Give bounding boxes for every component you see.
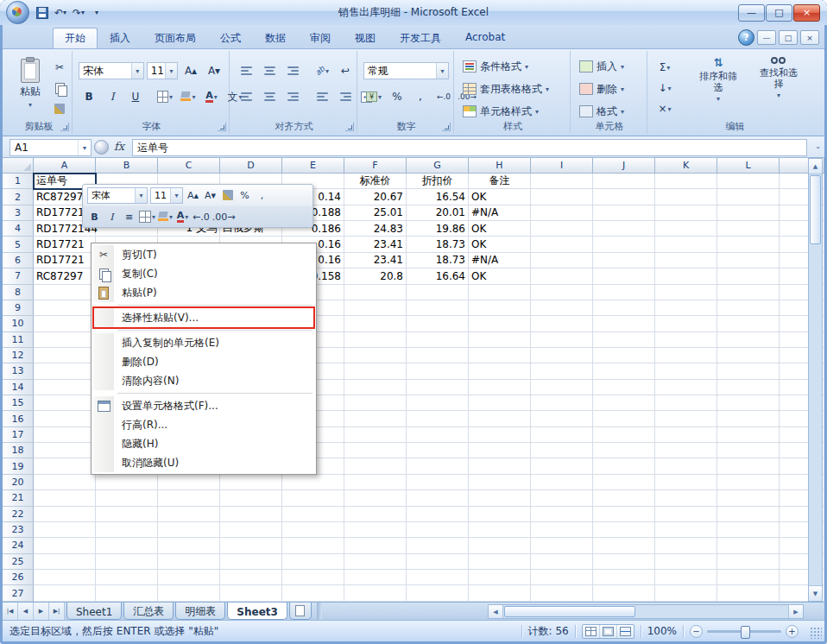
- cell-J6[interactable]: [593, 253, 655, 268]
- cell-A17[interactable]: [34, 427, 96, 443]
- fill-button[interactable]: ↓▾: [654, 79, 675, 98]
- column-header-L[interactable]: L: [717, 158, 780, 174]
- cell-D23[interactable]: [220, 522, 282, 538]
- row-header-21[interactable]: 21: [3, 490, 34, 506]
- row-header-22[interactable]: 22: [3, 507, 34, 522]
- delete-cells-button[interactable]: 删除 ▾: [572, 79, 647, 99]
- cell-F22[interactable]: [344, 507, 407, 522]
- row-header-16[interactable]: 16: [3, 411, 34, 426]
- cell-G6[interactable]: 18.73: [407, 253, 469, 268]
- cut-button[interactable]: ✂: [49, 58, 70, 77]
- cell-L4[interactable]: [717, 221, 780, 237]
- cell-L16[interactable]: [717, 411, 780, 426]
- cell-G27[interactable]: [407, 585, 469, 601]
- mini-comma-button[interactable]: ,: [255, 187, 269, 203]
- cell-F16[interactable]: [344, 411, 407, 426]
- minimize-button[interactable]: —: [738, 4, 765, 22]
- alignment-dialog-launcher[interactable]: [345, 123, 354, 131]
- cell-F20[interactable]: [344, 475, 407, 490]
- row-header-17[interactable]: 17: [3, 427, 34, 443]
- select-all-corner[interactable]: [3, 158, 34, 174]
- cell-F18[interactable]: [344, 443, 407, 458]
- ribbon-tab-页面布局[interactable]: 页面布局: [142, 28, 208, 48]
- cell-G19[interactable]: [407, 458, 469, 474]
- cell-K13[interactable]: [655, 363, 717, 379]
- cell-E25[interactable]: [282, 554, 344, 570]
- cell-H6[interactable]: #N/A: [469, 253, 531, 268]
- cell-H19[interactable]: [469, 458, 531, 474]
- cell-L24[interactable]: [717, 538, 780, 553]
- save-button[interactable]: [35, 5, 50, 21]
- cell-G8[interactable]: [407, 285, 469, 300]
- fill-color-button[interactable]: ▾: [178, 87, 199, 106]
- cell-F5[interactable]: 23.41: [344, 237, 407, 252]
- cell-K11[interactable]: [655, 332, 717, 348]
- close-button[interactable]: ×: [793, 4, 820, 22]
- cell-E20[interactable]: [282, 475, 344, 490]
- cell-K12[interactable]: [655, 348, 717, 363]
- cell-E27[interactable]: [282, 585, 344, 601]
- cell-D22[interactable]: [220, 507, 282, 522]
- number-dialog-launcher[interactable]: [442, 123, 451, 131]
- column-header-C[interactable]: C: [158, 158, 220, 174]
- cell-G15[interactable]: [407, 395, 469, 411]
- context-menu-item[interactable]: 清除内容(N): [93, 371, 314, 390]
- cell-F19[interactable]: [344, 458, 407, 474]
- cell-K1[interactable]: [655, 174, 717, 189]
- cell-H5[interactable]: OK: [469, 237, 531, 252]
- cell-J27[interactable]: [593, 585, 655, 601]
- cell-A6[interactable]: RD17721: [34, 253, 96, 268]
- column-header-B[interactable]: B: [96, 158, 158, 174]
- cell-H3[interactable]: #N/A: [469, 205, 531, 221]
- sheet-tab-Sheet3[interactable]: Sheet3: [227, 603, 287, 620]
- borders-button[interactable]: ▾: [155, 87, 175, 106]
- mini-grow-font-button[interactable]: A▴: [186, 187, 200, 203]
- cell-I17[interactable]: [531, 427, 593, 443]
- font-dialog-launcher[interactable]: [218, 123, 226, 131]
- row-header-9[interactable]: 9: [3, 300, 34, 316]
- cell-H25[interactable]: [469, 554, 531, 570]
- cell-G13[interactable]: [407, 363, 469, 379]
- cell-L2[interactable]: [717, 189, 780, 205]
- qat-customize-button[interactable]: ▾: [89, 5, 104, 21]
- context-menu-item[interactable]: ✂剪切(T): [93, 245, 314, 264]
- cell-C24[interactable]: [158, 538, 220, 553]
- copy-button[interactable]: [49, 79, 70, 98]
- cell-H12[interactable]: [469, 348, 531, 363]
- cell-L1[interactable]: [717, 174, 780, 189]
- sort-filter-button[interactable]: ⇅ 排序和筛选 ▾: [694, 56, 742, 103]
- font-size-combo[interactable]: 11▾: [147, 62, 178, 79]
- format-cells-button[interactable]: 格式 ▾: [572, 101, 647, 122]
- cell-J25[interactable]: [593, 554, 655, 570]
- next-sheet-button[interactable]: ▶: [34, 603, 49, 620]
- cell-I16[interactable]: [531, 411, 593, 426]
- cell-I6[interactable]: [531, 253, 593, 268]
- cell-K3[interactable]: [655, 205, 717, 221]
- cell-L10[interactable]: [717, 316, 780, 331]
- mini-format-painter-button[interactable]: [220, 187, 235, 203]
- cell-F2[interactable]: 20.67: [344, 189, 407, 205]
- cell-F10[interactable]: [344, 316, 407, 331]
- wrap-text-button[interactable]: ↩: [335, 61, 356, 80]
- font-name-combo[interactable]: 宋体▾: [79, 62, 144, 79]
- cell-G10[interactable]: [407, 316, 469, 331]
- increase-indent-button[interactable]: [335, 87, 356, 106]
- cell-A22[interactable]: [34, 507, 96, 522]
- cell-K24[interactable]: [655, 538, 717, 553]
- row-header-13[interactable]: 13: [3, 363, 34, 379]
- cell-L13[interactable]: [717, 363, 780, 379]
- cell-I24[interactable]: [531, 538, 593, 553]
- column-header-K[interactable]: K: [655, 158, 717, 174]
- decrease-indent-button[interactable]: [312, 87, 332, 106]
- cell-K18[interactable]: [655, 443, 717, 458]
- expand-formula-bar-icon[interactable]: ⌄: [815, 142, 821, 150]
- context-menu-item[interactable]: 插入复制的单元格(E): [93, 333, 314, 352]
- cell-L27[interactable]: [717, 585, 780, 601]
- cell-J20[interactable]: [593, 475, 655, 490]
- mini-shrink-font-button[interactable]: A▾: [203, 187, 218, 203]
- cell-I26[interactable]: [531, 570, 593, 585]
- last-sheet-button[interactable]: ▶|: [49, 603, 65, 620]
- cell-L26[interactable]: [717, 570, 780, 585]
- row-header-3[interactable]: 3: [3, 205, 34, 221]
- context-menu-item[interactable]: 粘贴(P): [93, 283, 314, 302]
